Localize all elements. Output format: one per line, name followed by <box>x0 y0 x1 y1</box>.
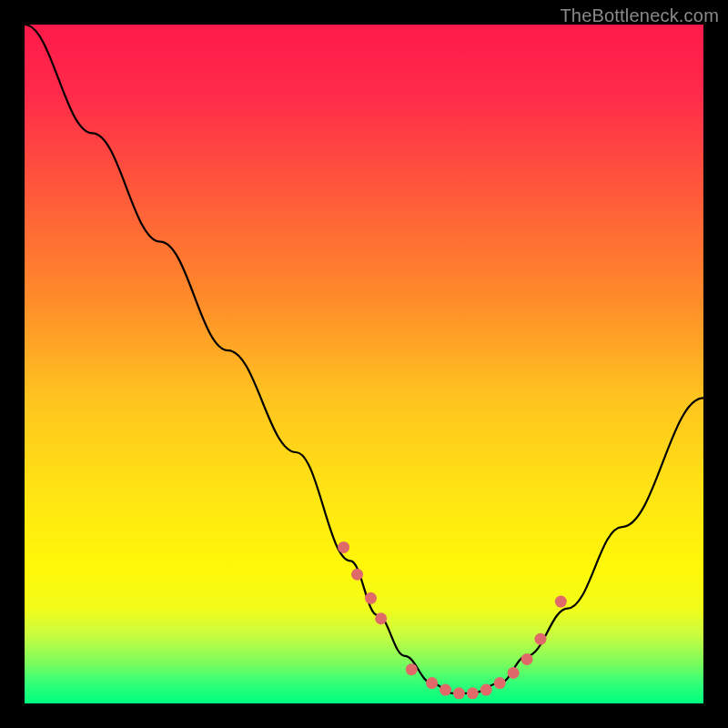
data-dot <box>375 612 387 624</box>
chart-svg <box>25 25 703 703</box>
data-dot <box>555 596 567 608</box>
data-dot <box>338 541 349 553</box>
data-dot <box>440 684 451 696</box>
data-dot <box>406 663 418 675</box>
data-dots <box>338 541 567 699</box>
data-dot <box>351 569 363 581</box>
bottleneck-curve <box>25 25 703 693</box>
data-dot <box>494 677 506 689</box>
data-dot <box>365 592 377 604</box>
data-dot <box>467 687 479 699</box>
gradient-plot-area <box>25 25 703 703</box>
data-dot <box>508 667 520 679</box>
data-dot <box>480 684 492 696</box>
data-dot <box>426 677 438 689</box>
data-dot <box>453 687 465 699</box>
watermark-text: TheBottleneck.com <box>560 5 719 26</box>
data-dot <box>521 653 533 665</box>
data-dot <box>534 633 546 645</box>
chart-frame: TheBottleneck.com <box>0 0 728 728</box>
